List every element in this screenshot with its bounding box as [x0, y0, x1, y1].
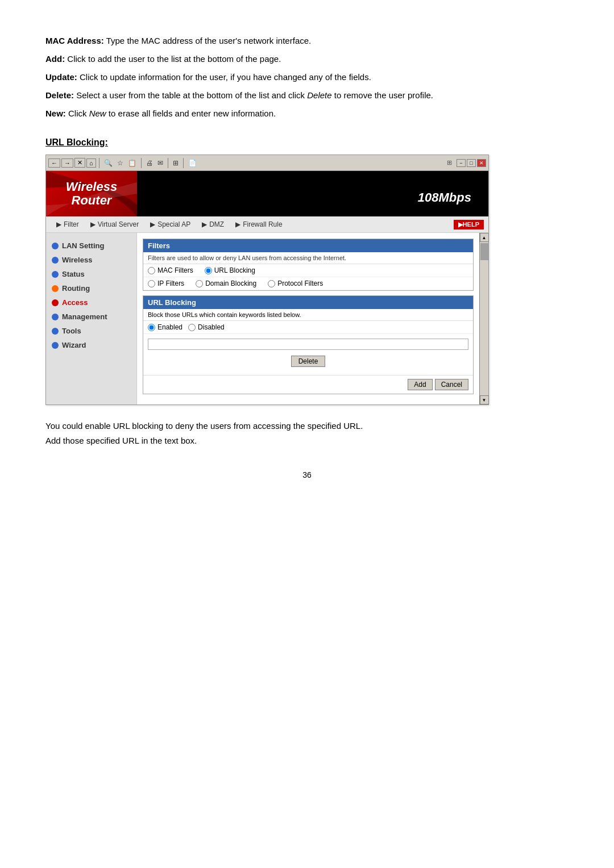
sidebar-item-lan-setting[interactable]: LAN Setting — [46, 239, 136, 253]
new-text-after: to erase all fields and enter new inform… — [106, 108, 276, 118]
lan-setting-dot — [52, 243, 59, 249]
back-button[interactable]: ← — [48, 158, 60, 168]
dmz-label: DMZ — [209, 220, 224, 228]
sidebar-item-status[interactable]: Status — [46, 267, 136, 281]
mail-icon: ✉ — [156, 158, 165, 168]
url-blocking-description: Block those URLs which contain keywords … — [143, 309, 473, 321]
toolbar-separator4 — [183, 158, 184, 168]
enabled-label: Enabled — [157, 323, 182, 331]
sidebar-item-routing[interactable]: Routing — [46, 281, 136, 295]
stop-button[interactable]: ✕ — [74, 158, 85, 168]
update-text: Click to update information for the user… — [77, 72, 371, 82]
help-button[interactable]: ▶HELP — [454, 220, 484, 229]
scroll-down-arrow[interactable]: ▼ — [480, 395, 489, 404]
url-keyword-input[interactable] — [148, 339, 468, 350]
add-button[interactable]: Add — [408, 379, 432, 390]
tools-label: Tools — [62, 327, 81, 335]
scroll-up-arrow[interactable]: ▲ — [480, 233, 489, 242]
special-ap-arrow: ▶ — [150, 220, 155, 228]
router-header: Wireless Router 108Mbps — [46, 171, 488, 216]
url-blocking-header: URL Blocking — [143, 296, 473, 309]
router-speed: 108Mbps — [418, 180, 471, 207]
ip-filters-label: IP Filters — [157, 279, 184, 287]
ip-filters-option[interactable]: IP Filters — [148, 279, 184, 287]
new-text-before: Click — [66, 108, 89, 118]
url-blocking-section: URL Blocking Block those URLs which cont… — [143, 295, 474, 394]
virtual-server-label: Virtual Server — [98, 220, 139, 228]
mac-filters-radio[interactable] — [148, 267, 155, 274]
virtual-server-arrow: ▶ — [90, 220, 96, 228]
filter-arrow: ▶ — [56, 220, 61, 228]
protocol-filters-option[interactable]: Protocol Filters — [268, 279, 323, 287]
mac-address-para: MAC Address: Type the MAC address of the… — [45, 34, 569, 48]
nav-dmz[interactable]: ▶ DMZ — [196, 219, 230, 230]
close-button[interactable]: ✕ — [477, 159, 486, 167]
page-number: 36 — [45, 470, 569, 479]
nav-virtual-server[interactable]: ▶ Virtual Server — [85, 219, 144, 230]
sidebar-item-management[interactable]: Management — [46, 310, 136, 324]
url-input-area: Delete — [143, 334, 473, 375]
protocol-filters-radio[interactable] — [268, 280, 275, 287]
access-label: Access — [62, 298, 88, 307]
action-row: Add Cancel — [143, 375, 473, 394]
browser-window: ← → ✕ ⌂ 🔍 ☆ 📋 🖨 ✉ ⊞ 📄 ⊞ − □ ✕ — [45, 155, 489, 405]
tools-dot — [52, 328, 59, 335]
wizard-dot — [52, 342, 59, 349]
maximize-button[interactable]: □ — [467, 159, 476, 167]
sidebar-item-wireless[interactable]: Wireless — [46, 253, 136, 267]
main-area: Filters Filters are used to allow or den… — [137, 233, 488, 404]
router-body: LAN Setting Wireless Status Routing Acce… — [46, 233, 488, 404]
nav-filter[interactable]: ▶ Filter — [51, 219, 85, 230]
status-label: Status — [62, 270, 85, 278]
sidebar-item-access[interactable]: Access — [46, 295, 136, 310]
logo-line1: Wireless — [66, 180, 117, 194]
url-blocking-radio[interactable] — [205, 267, 212, 274]
disabled-radio[interactable] — [188, 324, 196, 331]
routing-dot — [52, 285, 59, 292]
sidebar: LAN Setting Wireless Status Routing Acce… — [46, 233, 137, 404]
url-blocking-option[interactable]: URL Blocking — [205, 266, 255, 274]
forward-button[interactable]: → — [61, 158, 73, 168]
dmz-arrow: ▶ — [202, 220, 207, 228]
nav-firewall-rule[interactable]: ▶ Firewall Rule — [230, 219, 288, 230]
access-dot — [52, 299, 59, 306]
enabled-radio[interactable] — [148, 324, 155, 331]
bottom-line2: Add those specified URL in the text box. — [45, 433, 569, 448]
ip-filters-radio[interactable] — [148, 280, 155, 287]
sidebar-item-wizard[interactable]: Wizard — [46, 338, 136, 352]
home-button[interactable]: ⌂ — [86, 158, 96, 168]
router-logo-text: Wireless Router — [66, 180, 117, 207]
delete-text-after: to remove the user profile. — [332, 90, 433, 100]
browser-toolbar: ← → ✕ ⌂ 🔍 ☆ 📋 🖨 ✉ ⊞ 📄 ⊞ − □ ✕ — [46, 155, 488, 171]
update-para: Update: Click to update information for … — [45, 70, 569, 84]
mac-address-text: Type the MAC address of the user's netwo… — [104, 36, 311, 45]
search-icon: 🔍 — [102, 158, 114, 168]
delete-text-before: Select a user from the table at the bott… — [74, 90, 307, 100]
enable-row: Enabled Disabled — [143, 321, 473, 334]
toolbar-separator3 — [168, 158, 168, 168]
enabled-option[interactable]: Enabled — [148, 323, 182, 331]
print-icon: 🖨 — [144, 158, 155, 168]
disabled-option[interactable]: Disabled — [188, 323, 225, 331]
mac-filters-option[interactable]: MAC Filters — [148, 266, 193, 274]
firewall-rule-label: Firewall Rule — [243, 220, 282, 228]
delete-button[interactable]: Delete — [291, 356, 326, 367]
grid-icon: ⊞ — [447, 159, 452, 167]
wireless-label: Wireless — [62, 256, 92, 264]
bottom-text: You could enable URL blocking to deny th… — [45, 419, 569, 448]
mac-filters-label: MAC Filters — [157, 266, 193, 274]
domain-blocking-radio[interactable] — [196, 280, 203, 287]
cancel-button[interactable]: Cancel — [435, 379, 468, 390]
domain-blocking-option[interactable]: Domain Blocking — [196, 279, 256, 287]
url-blocking-section-title: URL Blocking: — [45, 137, 569, 148]
nav-special-ap[interactable]: ▶ Special AP — [144, 219, 196, 230]
router-logo: Wireless Router — [46, 171, 137, 216]
delete-row: Delete — [148, 352, 468, 370]
filter-label: Filter — [64, 220, 79, 228]
add-text: Click to add the user to the list at the… — [65, 54, 281, 64]
minimize-button[interactable]: − — [457, 159, 466, 167]
add-para: Add: Click to add the user to the list a… — [45, 52, 569, 66]
scrollbar[interactable]: ▲ ▼ — [479, 233, 488, 404]
scroll-thumb[interactable] — [480, 243, 488, 260]
sidebar-item-tools[interactable]: Tools — [46, 324, 136, 338]
